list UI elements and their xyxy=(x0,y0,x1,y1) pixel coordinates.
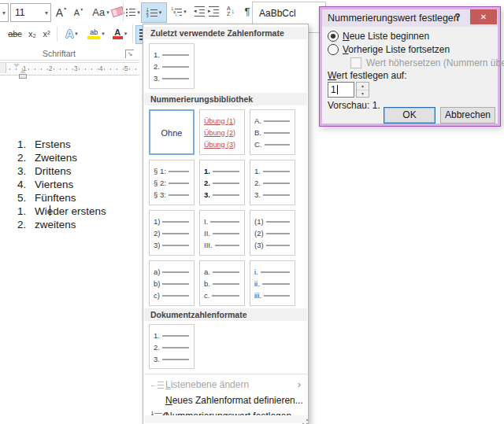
ok-button[interactable]: OK xyxy=(384,107,435,124)
chevron-down-icon: ▾ xyxy=(137,9,140,16)
library-item[interactable]: 1. 2. 3. xyxy=(250,160,295,205)
spin-down-button[interactable]: ▼ xyxy=(357,90,369,98)
menu-item-define-new-format[interactable]: Neues Zahlenformat definieren... xyxy=(144,393,307,408)
bullet-list-icon xyxy=(126,8,135,17)
dialog-title: Nummerierungswert festlegen xyxy=(328,13,459,24)
numbering-dropdown: Zuletzt verwendete Zahlenformate 1. 2. 3… xyxy=(143,24,309,424)
chevron-down-icon: ▾ xyxy=(124,31,128,37)
sort-button[interactable]: A Z ↓ xyxy=(223,3,239,19)
numbered-list-button[interactable]: 1 2 3 ▾ xyxy=(141,2,167,23)
section-header-document-formats: Dokumentzahlenformate xyxy=(144,308,307,321)
menu-separator xyxy=(144,374,307,374)
help-icon[interactable]: ? xyxy=(452,12,463,23)
chevron-down-icon: ▾ xyxy=(75,31,78,37)
radio-continue-list-label: Vorherige Liste fortsetzen xyxy=(343,44,450,55)
spin-up-button[interactable]: ▲ xyxy=(357,83,369,90)
ruler-number: 2 xyxy=(47,65,54,72)
grow-font-button[interactable]: A ▲ xyxy=(54,4,69,20)
word-window: ▾ 11 ▾ A ▲ A ▼ Aa ▾ ▾ xyxy=(0,0,504,424)
value-stepper: ▲ ▼ xyxy=(356,82,369,98)
font-color-icon: A xyxy=(113,28,123,39)
text-cursor xyxy=(337,85,338,94)
list-item: 1.Erstens xyxy=(17,138,71,150)
section-header-library: Nummerierungsbibliothek xyxy=(144,93,307,105)
multilevel-list-button[interactable]: 1 a i ▾ xyxy=(168,2,190,21)
library-item[interactable]: § 1: § 2: § 3: xyxy=(149,160,195,205)
font-name-combo-fragment[interactable]: ▾ xyxy=(0,3,9,22)
font-group-label: Schriftart xyxy=(0,49,118,58)
subscript-button[interactable]: x₂ xyxy=(26,26,39,42)
library-item[interactable]: A. B. C. xyxy=(250,109,295,155)
value-input[interactable]: 1 xyxy=(328,82,354,98)
library-item[interactable]: a. b. c. xyxy=(199,260,245,306)
decrease-indent-icon: ◂ xyxy=(195,6,205,18)
decrease-indent-button[interactable]: ◂ xyxy=(193,4,206,19)
text-effects-button[interactable]: A ▾ xyxy=(61,25,83,42)
library-item[interactable]: Übung (1) Übung (2) Übung (3) xyxy=(199,109,245,155)
menu-item-change-list-level[interactable]: ← Listenebene ändern › xyxy=(144,377,307,393)
highlight-icon: ab xyxy=(87,29,100,39)
recent-format-item[interactable]: 1. 2. 3. xyxy=(149,43,195,89)
radio-new-list-label: Neue Liste beginnen xyxy=(343,31,429,42)
bullets-button[interactable]: ▾ xyxy=(125,4,141,20)
checkbox-advance-value-label: Wert höhersetzen (Nummern überspringen) xyxy=(366,57,504,68)
close-icon: ✕ xyxy=(480,13,487,21)
chevron-down-icon: ▾ xyxy=(0,9,8,17)
library-item[interactable]: 1. 2. 3. xyxy=(199,160,245,205)
group-separator xyxy=(123,2,124,21)
font-size-value: 11 xyxy=(11,7,43,18)
text-cursor xyxy=(50,205,50,216)
list-item: 3.Drittens xyxy=(17,165,72,177)
panel-footer xyxy=(144,415,307,423)
group-separator xyxy=(132,24,133,43)
radio-continue-list[interactable] xyxy=(328,44,339,55)
ruler-number: 4 xyxy=(98,65,104,72)
library-item[interactable]: a) b) c) xyxy=(149,260,195,306)
chevron-down-icon: ▾ xyxy=(183,9,187,15)
resize-grip[interactable] xyxy=(302,419,304,421)
list-item: 4.Viertens xyxy=(17,179,73,190)
chevron-down-icon: ▾ xyxy=(159,9,162,16)
close-button[interactable]: ✕ xyxy=(470,9,497,24)
document-area[interactable]: 1.Erstens 2.Zweitens 3.Drittens 4.Vierte… xyxy=(0,79,142,424)
menu-item-label: Neues Zahlenformat definieren... xyxy=(165,395,303,406)
section-header-recent: Zuletzt verwendete Zahlenformate xyxy=(144,27,307,39)
strikethrough-button[interactable]: abc xyxy=(6,26,24,42)
change-list-level-icon: ← xyxy=(148,380,165,389)
increase-indent-icon: ▸ xyxy=(209,6,219,18)
font-size-combo[interactable]: 11 ▾ xyxy=(10,3,51,22)
library-item-none[interactable]: Ohne xyxy=(149,109,195,155)
list-item: 5.Fünftens xyxy=(17,192,76,204)
ruler-number: 5 xyxy=(123,65,129,72)
checkbox-advance-value[interactable] xyxy=(350,57,361,68)
cancel-button[interactable]: Abbrechen xyxy=(440,107,495,124)
numbered-list-icon: 1 2 3 xyxy=(146,8,158,17)
submenu-arrow-icon: › xyxy=(298,379,301,390)
shrink-font-button[interactable]: A ▼ xyxy=(71,4,87,20)
text-highlight-button[interactable]: ab ▾ xyxy=(85,25,107,42)
hanging-indent-marker[interactable] xyxy=(20,69,26,73)
text-effects-icon: A xyxy=(65,28,73,40)
tab-selector[interactable] xyxy=(0,63,6,73)
sort-icon: A Z ↓ xyxy=(227,6,235,17)
list-item: 2.zweitens xyxy=(17,219,76,230)
style-preview: AaBbCcl xyxy=(253,2,325,19)
library-item[interactable]: i. ii. iii. xyxy=(250,260,295,306)
library-item[interactable]: (1) (2) (3) xyxy=(250,210,295,256)
chevron-down-icon: ▾ xyxy=(102,31,105,37)
radio-new-list[interactable] xyxy=(328,31,339,42)
dialog-launcher-icon[interactable]: ↘ xyxy=(125,50,134,58)
preview-text: Vorschau: 1. xyxy=(328,100,380,111)
ruler-number: 3 xyxy=(72,65,79,72)
dialog-title-bar[interactable]: Nummerierungswert festlegen ? ✕ xyxy=(322,9,498,27)
button-separator xyxy=(57,26,57,42)
library-item[interactable]: I. II. III. xyxy=(199,210,245,256)
superscript-button[interactable]: x² xyxy=(40,26,53,42)
font-color-button[interactable]: A ▾ xyxy=(109,25,130,42)
chevron-down-icon: ▾ xyxy=(43,9,50,17)
increase-indent-button[interactable]: ▸ xyxy=(207,4,220,19)
first-line-indent-marker[interactable] xyxy=(13,64,20,68)
caret-down-icon: ▼ xyxy=(80,7,83,12)
document-format-item[interactable]: 1. 2. 3. xyxy=(149,324,195,369)
library-item[interactable]: 1) 2) 3) xyxy=(149,210,195,256)
